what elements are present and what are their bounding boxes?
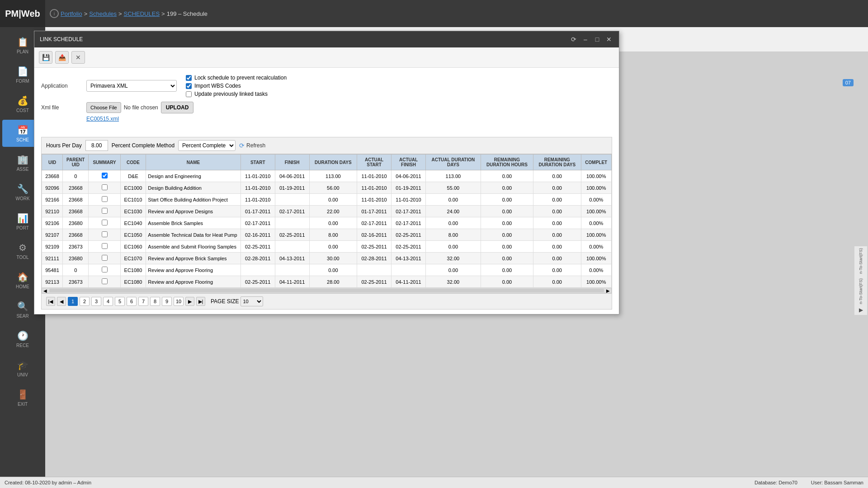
summary-checkbox[interactable]: [102, 278, 108, 284]
cell-complete: 100.00%: [581, 170, 611, 182]
refresh-btn[interactable]: ⟳ Refresh: [239, 142, 265, 149]
depend-panel: n-To-Start(FS) n-To-Start(FS) ▶: [854, 246, 867, 315]
page-4-btn[interactable]: 4: [103, 297, 113, 306]
cell-finish: 02-25-2011: [275, 229, 309, 241]
sidebar-label-univ: UNIV: [17, 372, 28, 377]
cell-complete: 0.00%: [581, 264, 611, 276]
summary-checkbox[interactable]: [102, 255, 108, 261]
cell-summary: [89, 206, 120, 217]
sidebar-item-univ[interactable]: 🎓 UNIV: [2, 355, 43, 382]
lock-schedule-checkbox[interactable]: [186, 75, 192, 81]
page-last-btn[interactable]: ▶|: [196, 297, 205, 306]
page-8-btn[interactable]: 8: [150, 297, 160, 306]
page-10-btn[interactable]: 10: [174, 297, 184, 306]
depend-label-1: n-To-Start(FS): [859, 248, 863, 274]
cell-actual-duration-days: 32.00: [425, 276, 481, 288]
summary-checkbox[interactable]: [102, 220, 108, 225]
col-summary: SUMMARY: [89, 155, 120, 170]
plan-icon: 📋: [17, 37, 28, 47]
cell-summary: [89, 264, 120, 276]
choose-file-btn[interactable]: Choose File: [86, 102, 121, 113]
cell-duration-days: 0.00: [309, 241, 357, 253]
hours-per-day-input[interactable]: [85, 140, 108, 151]
page-next-btn[interactable]: ▶: [185, 297, 194, 306]
summary-checkbox[interactable]: [102, 231, 108, 237]
status-right: Database: Demo70 User: Bassam Samman: [755, 480, 863, 485]
depend-expand-arrow[interactable]: ▶: [859, 307, 863, 313]
cell-actual-duration-days: 8.00: [425, 229, 481, 241]
breadcrumb-schedules-upper[interactable]: SCHEDULES: [124, 10, 160, 17]
sidebar-item-recent[interactable]: 🕐 RECE: [2, 325, 43, 352]
summary-checkbox[interactable]: [102, 267, 108, 272]
page-prev-btn[interactable]: ◀: [57, 297, 66, 306]
cell-start: 11-01-2010: [241, 170, 275, 182]
page-1-btn[interactable]: 1: [68, 297, 78, 306]
summary-checkbox[interactable]: [102, 196, 108, 202]
cell-finish: 02-17-2011: [275, 206, 309, 217]
horizontal-scrollbar[interactable]: ◀ ▶: [42, 288, 612, 293]
page-size-select[interactable]: 10 25 50: [241, 296, 263, 306]
page-6-btn[interactable]: 6: [127, 297, 137, 306]
application-select[interactable]: Primavera XML: [86, 80, 177, 92]
file-link[interactable]: EC00515.xml: [86, 116, 119, 122]
dialog-refresh-icon[interactable]: ⟳: [569, 35, 578, 44]
cell-remaining-days: 0.00: [533, 276, 581, 288]
dialog-export-btn[interactable]: 📤: [55, 51, 69, 64]
dialog-minimize-btn[interactable]: –: [581, 35, 590, 44]
percent-method-select[interactable]: Percent Complete: [178, 140, 236, 151]
cell-summary: [89, 229, 120, 241]
page-7-btn[interactable]: 7: [138, 297, 148, 306]
dialog-toolbar: 💾 📤 ✕: [34, 47, 619, 68]
summary-checkbox[interactable]: [102, 208, 108, 214]
summary-checkbox[interactable]: [102, 173, 108, 178]
cell-duration-days: 22.00: [309, 206, 357, 217]
cell-uid: 92109: [42, 241, 63, 253]
cell-name: Review and Approve Brick Samples: [146, 253, 241, 264]
cell-finish: 01-19-2011: [275, 182, 309, 194]
schedule-table-area: Hours Per Day Percent Complete Method Pe…: [41, 137, 612, 310]
breadcrumb-current: 199 – Schedule: [167, 10, 208, 17]
cell-uid: 92096: [42, 182, 63, 194]
table-row: 95481 0 EC1080 Review and Approve Floori…: [42, 264, 612, 276]
cell-uid: 92110: [42, 206, 63, 217]
table-toolbar: Hours Per Day Percent Complete Method Pe…: [42, 137, 612, 154]
cell-code: EC1060: [120, 241, 146, 253]
page-2-btn[interactable]: 2: [80, 297, 90, 306]
cell-duration-days: 0.00: [309, 264, 357, 276]
cell-remaining-days: 0.00: [533, 182, 581, 194]
summary-checkbox[interactable]: [102, 184, 108, 190]
page-5-btn[interactable]: 5: [115, 297, 125, 306]
home-icon: 🏠: [17, 272, 28, 282]
update-linked-checkbox[interactable]: [186, 91, 192, 97]
created-info: Created: 08-10-2020 by admin – Admin: [5, 480, 91, 485]
dialog-save-btn[interactable]: 💾: [39, 51, 52, 64]
hscroll-left-arrow[interactable]: ◀: [42, 288, 48, 293]
cell-name: Assemble Technical Data for Heat Pump: [146, 229, 241, 241]
summary-checkbox[interactable]: [102, 243, 108, 249]
hscroll-right-arrow[interactable]: ▶: [605, 288, 611, 293]
col-finish: FINISH: [275, 155, 309, 170]
top-bar: PM|Web i Portfolio > Schedules > SCHEDUL…: [0, 0, 868, 27]
info-icon[interactable]: i: [50, 9, 59, 18]
col-actual-start: ACTUALSTART: [357, 155, 392, 170]
sidebar-label-asset: ASSE: [17, 167, 29, 172]
col-duration-days: DURATION DAYS: [309, 155, 357, 170]
import-wbs-checkbox[interactable]: [186, 83, 192, 89]
breadcrumb-portfolio[interactable]: Portfolio: [61, 10, 82, 17]
breadcrumb-schedules[interactable]: Schedules: [89, 10, 117, 17]
upload-btn[interactable]: UPLOAD: [161, 102, 194, 113]
refresh-icon: ⟳: [239, 142, 245, 149]
hscroll-track[interactable]: [49, 289, 604, 292]
sidebar-item-exit[interactable]: 🚪 EXIT: [2, 384, 43, 411]
dialog-maximize-btn[interactable]: □: [593, 35, 602, 44]
cell-parent-uid: 23680: [63, 217, 89, 229]
dialog-close-btn[interactable]: ✕: [604, 35, 613, 44]
cell-start: 01-17-2011: [241, 206, 275, 217]
table-scroll[interactable]: UID PARENTUID SUMMARY CODE NAME START FI…: [42, 154, 612, 288]
dialog-cancel-btn[interactable]: ✕: [71, 51, 85, 64]
page-9-btn[interactable]: 9: [162, 297, 172, 306]
page-first-btn[interactable]: |◀: [46, 297, 55, 306]
cell-actual-start: 11-01-2010: [357, 170, 392, 182]
page-3-btn[interactable]: 3: [91, 297, 101, 306]
cell-summary: [89, 217, 120, 229]
